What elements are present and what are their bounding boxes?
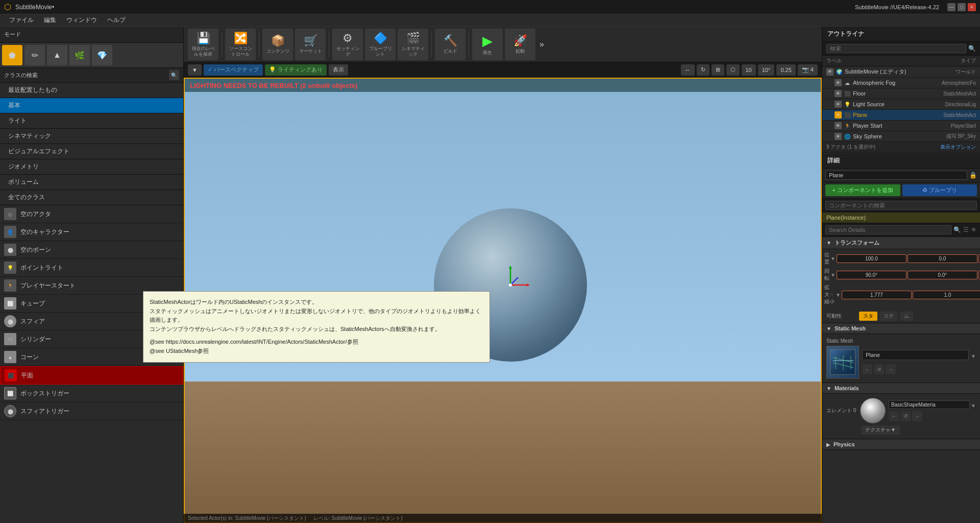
launch-button[interactable]: 🚀 起動 [505,29,535,60]
material-arrow-left[interactable]: ← [889,411,899,421]
tool-foliage[interactable]: 🌿 [69,45,90,65]
blueprint-edit-button[interactable]: ♻ ブループリ [902,184,977,196]
light-category[interactable]: ライト [0,113,183,129]
outliner-search-input[interactable] [826,44,966,53]
physics-section-header[interactable]: ▶ Physics [822,439,980,450]
add-component-button[interactable]: + コンポーネントを追加 [825,184,900,196]
position-x-input[interactable] [837,254,906,263]
scale-snap-value[interactable]: 0.25 [776,64,795,76]
outliner-item-light-source[interactable]: 👁 💡 Light Source DirectionalLig [822,99,980,110]
list-item[interactable]: ⬜ ボックストリガー [0,385,183,402]
list-item[interactable]: ◇ 空のアクタ [0,205,183,223]
rotation-y-input[interactable] [908,271,977,279]
visibility-icon[interactable]: 👁 [826,68,834,76]
scale-x-input[interactable] [842,291,912,299]
rotate-tool[interactable]: ↻ [697,64,709,76]
minimize-button[interactable]: — [947,3,955,11]
recent-category[interactable]: 最近配置したもの [0,83,183,98]
lighting-button[interactable]: 💡 ライティングあり [265,64,327,76]
tool-paint[interactable]: ✏ [24,45,45,65]
list-item[interactable]: 💡 ポイントライト [0,259,183,277]
transform-section-header[interactable]: ▼ トランスフォーム [822,237,980,249]
visibility-icon[interactable]: 👁 [835,133,842,140]
list-item[interactable]: 👤 空のキャラクター [0,223,183,241]
details-name-input[interactable] [825,171,967,180]
content-button[interactable]: 📦 コンテンツ [262,29,293,60]
static-mesh-section-header[interactable]: ▼ Static Mesh [822,323,980,334]
close-button[interactable]: ✕ [968,3,976,11]
mesh-refresh[interactable]: ↺ [874,364,884,374]
tool-landscape[interactable]: ▲ [47,45,67,65]
viewport-menu-button[interactable]: ▼ [188,64,202,76]
menu-help[interactable]: ヘルプ [102,14,131,26]
show-button[interactable]: 表示 [329,64,348,76]
outliner-item-plane[interactable]: 👁 ⬛ Plane StaticMeshAct [822,110,980,121]
tool-mesh[interactable]: 💎 [92,45,112,65]
material-dropdown-icon[interactable]: ▼ [971,403,976,409]
maximize-button[interactable]: □ [958,3,966,11]
outliner-item-subtitle-movie[interactable]: 👁 🌍 SubtitleMovie (エディタ) ワールド [822,66,980,78]
outliner-item-sky-sphere[interactable]: 👁 🌐 Sky Sphere 描写 BP_Sky [822,131,980,142]
perspective-button[interactable]: ✓ パースペクティブ [204,64,263,76]
search-details-input[interactable] [825,225,951,234]
class-search-button[interactable]: 🔍 [169,70,179,80]
lock-icon[interactable]: 🔒 [969,172,977,179]
visibility-icon[interactable]: 👁 [835,101,842,108]
material-arrow-right[interactable]: → [912,411,922,421]
basic-category[interactable]: 基本 [0,98,183,113]
visibility-icon[interactable]: 👁 [835,122,842,129]
mesh-arrow-left[interactable]: ← [862,364,872,374]
settings-button[interactable]: ⚙ セッティング [332,29,363,60]
display-options-link[interactable]: 表示オプション [940,144,976,151]
scale-tool[interactable]: ⊞ [712,64,724,76]
mesh-arrow-right[interactable]: → [886,364,896,374]
material-refresh[interactable]: ↺ [900,411,911,421]
plane-actor-item[interactable]: ⬛ 平面 [0,366,183,385]
texture-dropdown-button[interactable]: テクスチャ▼ [861,425,900,435]
camera-speed[interactable]: 📷 4 [798,64,818,76]
outliner-item-floor[interactable]: 👁 ⬛ Floor StaticMeshAct [822,88,980,99]
angle-snap-value[interactable]: 10° [758,64,775,76]
visual-category[interactable]: ビジュアルエフェクト [0,144,183,159]
outliner-item-player-start[interactable]: 👁 🏃 Player Start PlayerStart [822,121,980,131]
all-classes-category[interactable]: 全てのクラス [0,190,183,205]
stationary-mobility-button[interactable]: ステ [879,312,898,321]
materials-section-header[interactable]: ▼ Materials [822,383,980,394]
menu-file[interactable]: ファイル [4,14,39,26]
save-level-button[interactable]: 💾 現在のレベルを保存 [188,29,218,60]
surface-snap-toggle[interactable]: ⬡ [726,64,740,76]
position-expand[interactable]: ▼ [830,256,836,262]
play-button[interactable]: ▶ 再生 [472,29,503,60]
scale-y-input[interactable] [913,291,980,299]
toolbar-more-button[interactable]: » [537,40,546,49]
cinematic-category[interactable]: シネマティック [0,129,183,144]
eye-details-icon[interactable]: 👁 [971,226,977,233]
visibility-icon[interactable]: 👁 [835,79,842,86]
tool-select[interactable]: ⬟ [2,45,22,65]
menu-edit[interactable]: 編集 [39,14,61,26]
geometry-category[interactable]: ジオメトリ [0,159,183,175]
market-button[interactable]: 🛒 マーケット [295,29,326,60]
source-control-button[interactable]: 🔀 ソースコントロール [225,29,256,60]
visibility-icon[interactable]: 👁 [835,111,842,118]
scale-expand[interactable]: ▼ [836,292,841,298]
list-view-icon[interactable]: ☰ [963,226,969,233]
move-tool[interactable]: ↔ [681,64,695,76]
movable-mobility-button[interactable]: ム [900,312,913,321]
static-mobility-button[interactable]: スタ [859,312,877,321]
build-button[interactable]: 🔨 ビルド [435,29,465,60]
cinematic-button[interactable]: 🎬 シネマティック [398,29,428,60]
list-item[interactable]: ⬤ 空のボーン [0,241,183,259]
mesh-dropdown-icon[interactable]: ▼ [971,353,976,359]
menu-window[interactable]: ウィンドウ [61,14,102,26]
outliner-item-atm-fog[interactable]: 👁 ☁ Atmospheric Fog AtmosphericFo [822,78,980,88]
rotation-x-input[interactable] [837,271,906,279]
rotation-expand[interactable]: ▼ [830,272,836,278]
grid-snap-value[interactable]: 10 [742,64,756,76]
volume-category[interactable]: ボリューム [0,175,183,190]
position-y-input[interactable] [908,254,977,263]
visibility-icon[interactable]: 👁 [835,90,842,97]
blueprint-button[interactable]: 🔷 ブループリント [365,29,396,60]
list-item[interactable]: ⬤ スフィアトリガー [0,402,183,420]
component-search-input[interactable] [825,201,977,210]
